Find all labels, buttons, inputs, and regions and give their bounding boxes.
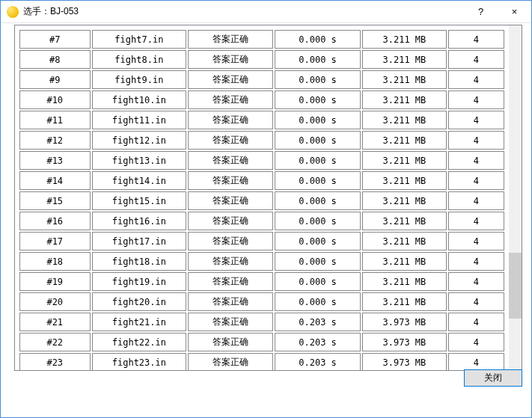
cell-mem: 3.211 MB — [362, 90, 447, 109]
cell-idx: #17 — [19, 232, 91, 251]
help-button[interactable]: ? — [464, 1, 498, 22]
cell-score: 4 — [448, 151, 504, 170]
cell-mem: 3.211 MB — [362, 171, 447, 190]
cell-score: 4 — [448, 353, 504, 370]
table-row: #22fight22.in答案正确0.203 s3.973 MB4 — [19, 333, 504, 351]
cell-score: 4 — [448, 111, 504, 129]
cell-mem: 3.973 MB — [362, 353, 447, 370]
table-row: #9fight9.in答案正确0.000 s3.211 MB4 — [19, 70, 504, 89]
table-row: #16fight16.in答案正确0.000 s3.211 MB4 — [19, 212, 504, 230]
cell-file: fight15.in — [92, 191, 187, 210]
cell-mem: 3.211 MB — [362, 212, 447, 230]
cell-time: 0.000 s — [275, 292, 361, 311]
cell-idx: #15 — [19, 191, 91, 210]
cell-file: fight7.in — [92, 30, 187, 49]
cell-file: fight17.in — [92, 232, 187, 251]
cell-file: fight19.in — [92, 272, 187, 291]
cell-result: 答案正确 — [188, 30, 273, 49]
cell-idx: #16 — [19, 212, 91, 230]
cell-score: 4 — [448, 333, 504, 351]
table-row: #10fight10.in答案正确0.000 s3.211 MB4 — [19, 90, 504, 109]
cell-file: fight21.in — [92, 313, 187, 331]
cell-time: 0.203 s — [275, 333, 361, 351]
cell-idx: #11 — [19, 111, 91, 129]
cell-time: 0.000 s — [275, 131, 361, 150]
cell-result: 答案正确 — [188, 333, 273, 351]
cell-mem: 3.211 MB — [362, 272, 447, 291]
cell-mem: 3.211 MB — [362, 232, 447, 251]
cell-file: fight12.in — [92, 131, 187, 150]
scrollbar-thumb[interactable] — [509, 253, 522, 319]
cell-idx: #13 — [19, 151, 91, 170]
cell-file: fight20.in — [92, 292, 187, 311]
results-table-container: #7fight7.in答案正确0.000 s3.211 MB4#8fight8.… — [15, 25, 509, 370]
vertical-scrollbar[interactable] — [509, 25, 522, 370]
cell-file: fight13.in — [92, 151, 187, 170]
cell-time: 0.000 s — [275, 232, 361, 251]
results-panel: #7fight7.in答案正确0.000 s3.211 MB4#8fight8.… — [14, 25, 522, 371]
cell-time: 0.000 s — [275, 252, 361, 271]
cell-mem: 3.211 MB — [362, 50, 447, 69]
close-button[interactable]: 关闭 — [464, 369, 522, 387]
cell-result: 答案正确 — [188, 171, 273, 190]
cell-score: 4 — [448, 171, 504, 190]
cell-mem: 3.973 MB — [362, 313, 447, 331]
cell-result: 答案正确 — [188, 191, 273, 210]
cell-time: 0.000 s — [275, 111, 361, 129]
cell-score: 4 — [448, 252, 504, 271]
table-row: #19fight19.in答案正确0.000 s3.211 MB4 — [19, 272, 504, 291]
cell-score: 4 — [448, 292, 504, 311]
cell-result: 答案正确 — [188, 353, 273, 370]
cell-time: 0.000 s — [275, 50, 361, 69]
table-row: #17fight17.in答案正确0.000 s3.211 MB4 — [19, 232, 504, 251]
cell-score: 4 — [448, 191, 504, 210]
window-close-button[interactable]: × — [498, 1, 531, 22]
table-row: #13fight13.in答案正确0.000 s3.211 MB4 — [19, 151, 504, 170]
cell-idx: #7 — [19, 30, 91, 49]
cell-score: 4 — [448, 131, 504, 150]
cell-result: 答案正确 — [188, 272, 273, 291]
cell-time: 0.203 s — [275, 313, 361, 331]
cell-time: 0.000 s — [275, 191, 361, 210]
cell-idx: #22 — [19, 333, 91, 351]
cell-file: fight18.in — [92, 252, 187, 271]
cell-time: 0.000 s — [275, 151, 361, 170]
table-row: #11fight11.in答案正确0.000 s3.211 MB4 — [19, 111, 504, 129]
cell-idx: #12 — [19, 131, 91, 150]
cell-result: 答案正确 — [188, 70, 273, 89]
cell-mem: 3.211 MB — [362, 292, 447, 311]
cell-mem: 3.973 MB — [362, 333, 447, 351]
table-row: #20fight20.in答案正确0.000 s3.211 MB4 — [19, 292, 504, 311]
cell-mem: 3.211 MB — [362, 131, 447, 150]
table-row: #14fight14.in答案正确0.000 s3.211 MB4 — [19, 171, 504, 190]
table-row: #12fight12.in答案正确0.000 s3.211 MB4 — [19, 131, 504, 150]
cell-result: 答案正确 — [188, 252, 273, 271]
cell-result: 答案正确 — [188, 151, 273, 170]
cell-result: 答案正确 — [188, 111, 273, 129]
cell-mem: 3.211 MB — [362, 252, 447, 271]
table-row: #15fight15.in答案正确0.000 s3.211 MB4 — [19, 191, 504, 210]
cell-file: fight22.in — [92, 333, 187, 351]
results-table: #7fight7.in答案正确0.000 s3.211 MB4#8fight8.… — [18, 28, 506, 370]
app-icon — [7, 6, 19, 18]
cell-mem: 3.211 MB — [362, 111, 447, 129]
cell-score: 4 — [448, 272, 504, 291]
cell-score: 4 — [448, 90, 504, 109]
cell-score: 4 — [448, 70, 504, 89]
cell-score: 4 — [448, 313, 504, 331]
cell-result: 答案正确 — [188, 232, 273, 251]
table-row: #18fight18.in答案正确0.000 s3.211 MB4 — [19, 252, 504, 271]
cell-file: fight11.in — [92, 111, 187, 129]
cell-time: 0.000 s — [275, 70, 361, 89]
cell-file: fight9.in — [92, 70, 187, 89]
cell-result: 答案正确 — [188, 212, 273, 230]
cell-mem: 3.211 MB — [362, 70, 447, 89]
cell-time: 0.000 s — [275, 212, 361, 230]
cell-idx: #20 — [19, 292, 91, 311]
cell-score: 4 — [448, 232, 504, 251]
cell-idx: #14 — [19, 171, 91, 190]
content-area: #7fight7.in答案正确0.000 s3.211 MB4#8fight8.… — [1, 25, 531, 391]
table-row: #23fight23.in答案正确0.203 s3.973 MB4 — [19, 353, 504, 370]
table-row: #7fight7.in答案正确0.000 s3.211 MB4 — [19, 30, 504, 49]
cell-idx: #10 — [19, 90, 91, 109]
